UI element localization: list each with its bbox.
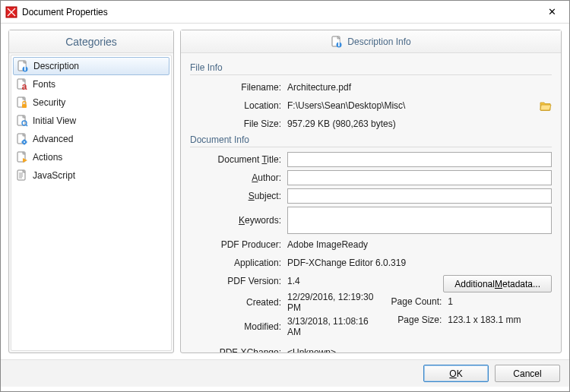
pagecount-label: Page Count: (379, 296, 448, 307)
version-label: PDF Version: (190, 276, 287, 286)
modified-label: Modified: (190, 321, 287, 332)
ok-button[interactable]: OK (423, 365, 489, 382)
svg-text:i: i (24, 62, 26, 72)
sidebar-item-label: Actions (33, 152, 62, 163)
sidebar-item-actions[interactable]: Actions (13, 148, 169, 166)
filename-value: Architecture.pdf (287, 82, 552, 93)
fonts-icon: a (16, 78, 28, 90)
filesize-label: File Size: (190, 119, 287, 129)
author-label: Author: (190, 172, 287, 183)
sidebar-panel: Categories i Description a Fonts Securit… (8, 30, 174, 353)
keywords-input[interactable] (287, 207, 552, 234)
pdfxchange-value: <Unknown> (287, 347, 552, 352)
svg-rect-7 (22, 104, 27, 108)
location-value: F:\Users\Sean\Desktop\Misc\ (287, 100, 552, 111)
location-label: Location: (190, 100, 287, 111)
keywords-label: Keywords: (190, 215, 287, 226)
main-header: i Description Info (181, 30, 561, 53)
svg-point-13 (24, 141, 25, 143)
doc-title-input[interactable] (287, 152, 552, 167)
additional-metadata-button[interactable]: Additional Metadata... (443, 275, 552, 292)
subject-input[interactable] (287, 188, 552, 204)
version-value: 1.4 (287, 276, 379, 286)
application-label: Application: (190, 258, 287, 268)
modified-value: 3/13/2018, 11:08:16 AM (287, 316, 379, 337)
pagesize-value: 123.1 x 183.1 mm (448, 315, 552, 325)
sidebar-item-label: Advanced (33, 134, 73, 144)
doc-info-icon: i (17, 60, 29, 72)
folder-open-icon[interactable] (540, 100, 552, 111)
application-value: PDF-XChange Editor 6.0.319 (287, 258, 552, 268)
filesize-value: 957.29 KB (980,263 bytes) (287, 119, 552, 129)
cancel-button[interactable]: Cancel (495, 365, 560, 382)
main-panel: i Description Info File Info Filename:Ar… (180, 30, 562, 353)
close-button[interactable]: ✕ (535, 1, 569, 23)
sidebar-item-label: Description (33, 61, 79, 71)
sidebar-item-initial-view[interactable]: Initial View (13, 112, 169, 130)
producer-label: PDF Producer: (190, 239, 287, 250)
created-value: 12/29/2016, 12:19:30 PM (287, 292, 379, 313)
sidebar-list: i Description a Fonts Security Initial V… (11, 55, 172, 351)
doc-title-label: Document Title: (190, 154, 287, 165)
security-icon (16, 96, 28, 109)
sidebar-item-javascript[interactable]: JavaScript (13, 166, 169, 185)
sidebar-item-advanced[interactable]: Advanced (13, 130, 169, 148)
sidebar-item-fonts[interactable]: a Fonts (13, 75, 169, 93)
pagecount-value: 1 (448, 296, 552, 307)
sidebar-item-description[interactable]: i Description (13, 57, 169, 75)
svg-line-10 (26, 125, 27, 126)
subject-label: Subject: (190, 191, 287, 201)
advanced-icon (16, 133, 28, 145)
titlebar: Document Properties ✕ (1, 1, 569, 24)
document-info-section: Document Info (190, 134, 552, 147)
javascript-icon (16, 169, 28, 182)
sidebar-item-security[interactable]: Security (13, 93, 169, 112)
pdfxchange-label: PDF-XChange: (190, 347, 287, 352)
actions-icon (16, 151, 28, 163)
svg-text:a: a (22, 81, 27, 90)
sidebar-item-label: Security (33, 97, 65, 108)
producer-value: Adobe ImageReady (287, 239, 552, 250)
initial-view-icon (16, 115, 28, 127)
filename-label: Filename: (190, 82, 287, 93)
sidebar-header: Categories (9, 30, 173, 53)
doc-info-icon: i (331, 36, 343, 48)
main-header-label: Description Info (347, 36, 410, 47)
sidebar-item-label: Initial View (33, 115, 76, 126)
author-input[interactable] (287, 170, 552, 185)
footer: OK Cancel (1, 359, 569, 387)
svg-text:i: i (338, 38, 340, 48)
pagesize-label: Page Size: (379, 315, 448, 325)
sidebar-item-label: Fonts (33, 79, 55, 90)
file-info-section: File Info (190, 62, 552, 75)
window-title: Document Properties (22, 7, 535, 17)
app-icon (5, 6, 17, 18)
created-label: Created: (190, 297, 287, 308)
sidebar-item-label: JavaScript (33, 170, 75, 181)
